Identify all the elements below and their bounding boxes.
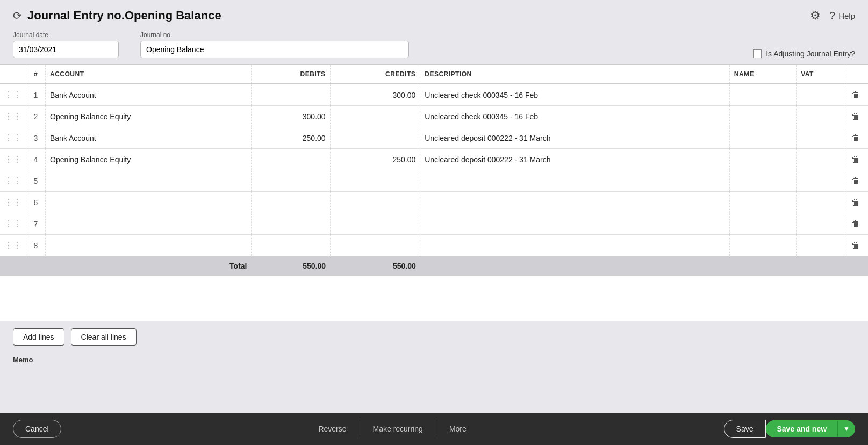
vat-cell[interactable]: [797, 84, 847, 106]
table-header-row: # ACCOUNT DEBITS CREDITS DESCRIPTION NAM…: [0, 65, 868, 84]
delete-row-button[interactable]: 🗑: [851, 90, 860, 100]
col-drag: [0, 65, 26, 84]
credit-cell[interactable]: [330, 213, 420, 235]
debit-cell[interactable]: [252, 149, 331, 170]
credit-cell[interactable]: 300.00: [330, 84, 420, 106]
gear-icon[interactable]: ⚙: [810, 9, 821, 23]
save-and-new-button[interactable]: Save and new: [766, 420, 838, 437]
name-cell[interactable]: [729, 170, 796, 192]
delete-row-button[interactable]: 🗑: [851, 112, 860, 121]
drag-handle[interactable]: ⋮⋮: [0, 106, 26, 127]
credit-cell[interactable]: 250.00: [330, 149, 420, 170]
description-cell[interactable]: Uncleared check 000345 - 16 Feb: [420, 84, 730, 106]
debit-cell[interactable]: [252, 235, 331, 256]
credit-cell[interactable]: [330, 170, 420, 192]
credit-cell[interactable]: [330, 192, 420, 213]
journal-date-label: Journal date: [13, 31, 119, 39]
vat-cell[interactable]: [797, 127, 847, 149]
clear-all-lines-button[interactable]: Clear all lines: [71, 328, 137, 346]
col-description: DESCRIPTION: [420, 65, 730, 84]
account-cell[interactable]: Opening Balance Equity: [46, 106, 252, 127]
refresh-icon[interactable]: ⟳: [13, 9, 22, 22]
delete-row-button[interactable]: 🗑: [851, 133, 860, 143]
journal-no-input[interactable]: [140, 41, 409, 58]
account-cell[interactable]: Bank Account: [46, 84, 252, 106]
form-row: Journal date Journal no. Is Adjusting Jo…: [0, 28, 868, 64]
drag-handle[interactable]: ⋮⋮: [0, 170, 26, 192]
delete-row-button[interactable]: 🗑: [851, 198, 860, 207]
vat-cell[interactable]: [797, 235, 847, 256]
credit-cell[interactable]: [330, 106, 420, 127]
table-row: ⋮⋮ 6 🗑: [0, 192, 868, 213]
add-lines-button[interactable]: Add lines: [13, 328, 64, 346]
cancel-button[interactable]: Cancel: [13, 420, 61, 438]
debit-cell[interactable]: 250.00: [252, 127, 331, 149]
drag-handle[interactable]: ⋮⋮: [0, 192, 26, 213]
col-name: NAME: [729, 65, 796, 84]
vat-cell[interactable]: [797, 192, 847, 213]
account-cell[interactable]: Opening Balance Equity: [46, 149, 252, 170]
debit-cell[interactable]: [252, 192, 331, 213]
description-cell[interactable]: [420, 213, 730, 235]
description-cell[interactable]: [420, 170, 730, 192]
journal-date-input[interactable]: [13, 41, 119, 58]
col-action: [847, 65, 868, 84]
name-cell[interactable]: [729, 213, 796, 235]
vat-cell[interactable]: [797, 149, 847, 170]
debit-cell[interactable]: [252, 170, 331, 192]
description-cell[interactable]: [420, 235, 730, 256]
help-button[interactable]: ? Help: [829, 10, 855, 22]
name-cell[interactable]: [729, 106, 796, 127]
account-cell[interactable]: [46, 192, 252, 213]
row-number: 5: [26, 170, 46, 192]
drag-handle[interactable]: ⋮⋮: [0, 213, 26, 235]
debit-cell[interactable]: 300.00: [252, 106, 331, 127]
adjusting-checkbox[interactable]: [753, 49, 762, 58]
name-cell[interactable]: [729, 127, 796, 149]
save-and-new-dropdown[interactable]: ▼: [837, 421, 855, 437]
name-cell[interactable]: [729, 235, 796, 256]
row-number: 1: [26, 84, 46, 106]
adjusting-label: Is Adjusting Journal Entry?: [766, 49, 855, 58]
debit-cell[interactable]: [252, 84, 331, 106]
col-num: #: [26, 65, 46, 84]
total-label: Total: [0, 256, 252, 276]
table-row: ⋮⋮ 3 Bank Account 250.00 Uncleared depos…: [0, 127, 868, 149]
drag-handle[interactable]: ⋮⋮: [0, 127, 26, 149]
name-cell[interactable]: [729, 149, 796, 170]
more-button[interactable]: More: [436, 420, 479, 437]
description-cell[interactable]: Uncleared deposit 000222 - 31 March: [420, 149, 730, 170]
header-right: ⚙ ? Help: [810, 9, 855, 23]
account-cell[interactable]: [46, 213, 252, 235]
delete-row-button[interactable]: 🗑: [851, 219, 860, 229]
drag-handle[interactable]: ⋮⋮: [0, 235, 26, 256]
vat-cell[interactable]: [797, 106, 847, 127]
name-cell[interactable]: [729, 192, 796, 213]
vat-cell[interactable]: [797, 213, 847, 235]
save-button[interactable]: Save: [724, 420, 766, 438]
total-credits: 550.00: [330, 256, 420, 276]
account-cell[interactable]: [46, 170, 252, 192]
total-debits: 550.00: [252, 256, 331, 276]
delete-row-button[interactable]: 🗑: [851, 155, 860, 164]
account-cell[interactable]: [46, 235, 252, 256]
delete-row-button[interactable]: 🗑: [851, 241, 860, 250]
debit-cell[interactable]: [252, 213, 331, 235]
description-cell[interactable]: Uncleared deposit 000222 - 31 March: [420, 127, 730, 149]
drag-handle[interactable]: ⋮⋮: [0, 149, 26, 170]
table-row: ⋮⋮ 8 🗑: [0, 235, 868, 256]
make-recurring-button[interactable]: Make recurring: [360, 420, 436, 437]
col-debits: DEBITS: [252, 65, 331, 84]
credit-cell[interactable]: [330, 127, 420, 149]
drag-handle[interactable]: ⋮⋮: [0, 84, 26, 106]
name-cell[interactable]: [729, 84, 796, 106]
reverse-button[interactable]: Reverse: [305, 420, 360, 437]
description-cell[interactable]: [420, 192, 730, 213]
table-row: ⋮⋮ 2 Opening Balance Equity 300.00 Uncle…: [0, 106, 868, 127]
description-cell[interactable]: Uncleared check 000345 - 16 Feb: [420, 106, 730, 127]
vat-cell[interactable]: [797, 170, 847, 192]
account-cell[interactable]: Bank Account: [46, 127, 252, 149]
footer-center: Reverse Make recurring More: [305, 420, 479, 437]
delete-row-button[interactable]: 🗑: [851, 176, 860, 186]
credit-cell[interactable]: [330, 235, 420, 256]
